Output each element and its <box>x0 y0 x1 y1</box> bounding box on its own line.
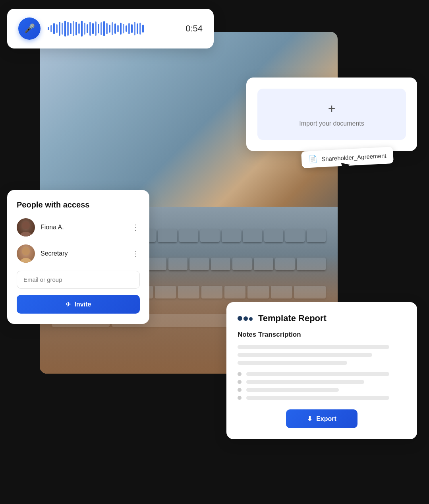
file-name: Shareholder_Agreement <box>321 152 386 162</box>
report-line <box>238 353 372 357</box>
report-header: Template Report <box>238 313 406 324</box>
wave-bar <box>142 25 144 33</box>
document-icon: 📄 <box>308 155 317 164</box>
voice-recorder-card: 🎤 0:54 <box>7 9 214 48</box>
avatar-secretary <box>17 244 35 263</box>
wave-bar <box>117 25 119 32</box>
wave-bar <box>134 22 135 35</box>
wave-bar <box>128 23 130 34</box>
svg-point-0 <box>22 221 30 229</box>
more-options-secretary[interactable]: ⋮ <box>131 249 140 258</box>
bullet-row <box>238 396 406 400</box>
bullet-dot <box>238 372 242 376</box>
wave-bar <box>114 23 116 34</box>
invite-label: Invite <box>75 301 91 308</box>
wave-bar <box>75 22 77 35</box>
wave-bar <box>53 23 55 34</box>
bullet-row <box>238 388 406 392</box>
svg-point-3 <box>19 258 32 263</box>
drop-zone[interactable]: + Import your documents <box>257 89 406 140</box>
mic-button[interactable]: 🎤 <box>18 17 41 40</box>
wave-bar <box>92 23 94 34</box>
bullet-line <box>246 388 339 392</box>
wave-bar <box>89 22 91 36</box>
person-name-fiona: Fiona A. <box>41 224 126 231</box>
wave-bar <box>81 21 83 37</box>
bullet-dot <box>238 380 242 384</box>
wave-bar <box>78 23 80 34</box>
wave-bar <box>109 25 110 33</box>
bullet-dot <box>238 388 242 392</box>
invite-button[interactable]: ✈ Invite <box>17 295 140 314</box>
wave-bar <box>120 23 122 35</box>
wave-bar <box>62 23 63 35</box>
report-lines <box>238 345 406 365</box>
svg-point-1 <box>19 232 32 236</box>
plus-icon: + <box>265 101 398 116</box>
waveform <box>48 21 178 37</box>
bullet-line <box>246 380 364 384</box>
wave-bar <box>126 25 127 32</box>
export-button[interactable]: ⬇ Export <box>286 409 358 428</box>
bullet-line <box>246 372 389 376</box>
template-report-card: Template Report Notes Transcription ⬇ Ex… <box>226 302 417 439</box>
people-with-access-card: People with access Fiona A. ⋮ Secretary <box>7 190 149 324</box>
report-bullets <box>238 372 406 400</box>
email-input[interactable] <box>17 271 140 289</box>
key <box>285 229 304 242</box>
export-label: Export <box>316 415 336 423</box>
key <box>264 229 283 242</box>
svg-point-2 <box>22 247 30 255</box>
report-subtitle: Notes Transcription <box>238 331 406 339</box>
wave-bar <box>70 23 72 34</box>
timer-display: 0:54 <box>186 23 203 34</box>
wave-bar <box>87 24 88 33</box>
wave-bar <box>137 23 138 34</box>
avatar-fiona <box>17 218 35 236</box>
email-input-wrapper <box>17 271 140 289</box>
import-documents-card: + Import your documents <box>246 78 417 151</box>
wave-bar <box>64 21 66 37</box>
logo-dot-1 <box>238 316 242 321</box>
more-options-fiona[interactable]: ⋮ <box>131 223 140 232</box>
wave-bar <box>84 23 85 35</box>
wave-bar <box>48 27 49 30</box>
key <box>243 229 262 242</box>
wave-bar <box>73 21 74 36</box>
key <box>179 229 198 242</box>
key <box>307 229 326 242</box>
wave-bar <box>56 24 58 33</box>
bullet-dot <box>238 396 242 400</box>
bullet-row <box>238 372 406 376</box>
wave-bar <box>139 23 141 35</box>
wave-bar <box>67 22 69 36</box>
logo-dot-2 <box>243 316 248 321</box>
wave-bar <box>131 24 133 33</box>
download-icon: ⬇ <box>307 415 312 423</box>
bullet-row <box>238 380 406 384</box>
key <box>200 229 219 242</box>
wave-bar <box>59 22 60 36</box>
microphone-icon: 🎤 <box>24 23 35 34</box>
avatar-image-secretary <box>17 244 35 263</box>
report-line <box>238 345 389 349</box>
wave-bar <box>123 24 124 33</box>
report-line <box>238 361 347 365</box>
bullet-line <box>246 396 389 400</box>
wave-bar <box>95 21 97 36</box>
avatar-image-fiona <box>17 218 35 236</box>
wave-bar <box>98 24 99 33</box>
wave-bar <box>106 23 108 34</box>
wave-bar <box>112 22 113 35</box>
person-row-fiona: Fiona A. ⋮ <box>17 218 140 236</box>
key <box>222 229 241 242</box>
report-logo <box>238 316 253 321</box>
person-name-secretary: Secretary <box>41 250 126 257</box>
logo-dot-3 <box>249 317 253 321</box>
report-title: Template Report <box>258 313 327 324</box>
import-text: Import your documents <box>265 120 398 127</box>
person-row-secretary: Secretary ⋮ <box>17 244 140 263</box>
wave-bar <box>50 25 52 32</box>
people-card-title: People with access <box>17 200 140 209</box>
wave-bar <box>100 22 102 35</box>
